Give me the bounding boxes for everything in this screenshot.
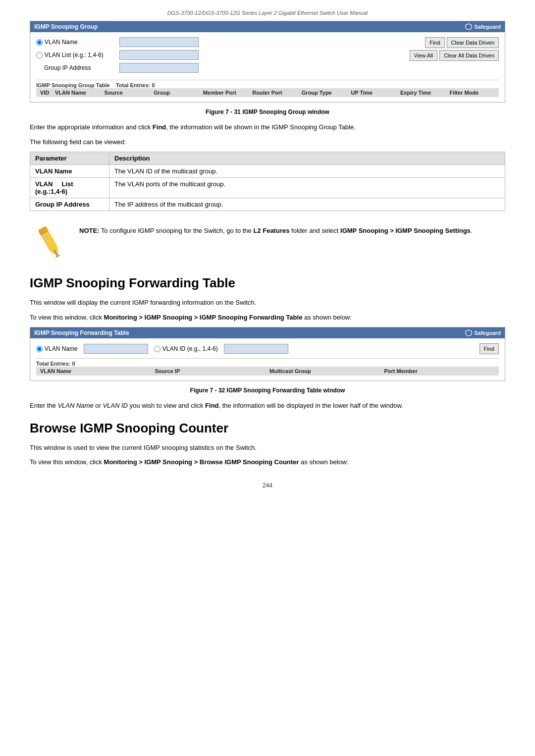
table-row: VLAN List(e.g.:1,4-6) The VLAN ports of … — [30, 178, 505, 198]
table-title: IGMP Snooping Group Table — [36, 82, 110, 88]
desc-vlan-list: The VLAN ports of the multicast group. — [109, 178, 505, 198]
group-ip-label: Group IP Address — [36, 64, 115, 71]
vlan-name-row: VLAN Name — [36, 37, 410, 47]
doc-header: DGS-3700-12/DGS-3700-12G Series Layer 2 … — [30, 10, 505, 16]
igmp-fwd-panel: IGMP Snooping Forwarding Table Safeguard… — [30, 327, 505, 381]
col-router-port: Router Port — [250, 89, 300, 96]
buttons-row-2: View All Clear All Data Driven — [410, 50, 499, 61]
vlan-list-input[interactable] — [119, 50, 199, 60]
note-bold-prefix: NOTE: — [79, 227, 99, 234]
col-group-type: Group Type — [300, 89, 349, 96]
fwd-col-vlan-name: VLAN Name — [38, 368, 153, 375]
fwd-find-button[interactable]: Find — [480, 343, 499, 354]
igmp-group-panel: IGMP Snooping Group Safeguard VLAN Name — [30, 21, 505, 103]
fwd-vlan-name-input[interactable] — [84, 344, 148, 354]
col-up-time: UP Time — [349, 89, 398, 96]
desc-col-header: Description — [109, 152, 505, 165]
shield-icon — [465, 23, 472, 30]
group-ip-row: Group IP Address — [36, 63, 410, 73]
l2-features-bold: L2 Features — [253, 227, 289, 234]
vlan-list-radio[interactable] — [36, 52, 43, 58]
safeguard-badge: Safeguard — [465, 23, 501, 30]
fwd-vlan-id-radio[interactable] — [154, 346, 160, 352]
igmp-group-form-area: VLAN Name VLAN List (e.g.: 1,4-6) Group … — [36, 37, 499, 76]
body-text-2: The following field can be viewed: — [30, 137, 505, 147]
browse-body-2: To view this window, click Monitoring > … — [30, 457, 505, 467]
vlan-name-input[interactable] — [119, 37, 199, 47]
table-row: Group IP Address The IP address of the m… — [30, 198, 505, 211]
param-col-header: Parameter — [30, 152, 109, 165]
figure-31-caption: Figure 7 - 31 IGMP Snooping Group window — [30, 108, 505, 115]
table-row: VLAN Name The VLAN ID of the multicast g… — [30, 165, 505, 178]
browse-body-1: This window is used to view the current … — [30, 443, 505, 453]
browse-section-title: Browse IGMP Snooping Counter — [30, 421, 505, 436]
col-expiry-time: Expiry Time — [398, 89, 448, 96]
fwd-panel-title: IGMP Snooping Forwarding Table — [34, 329, 129, 336]
browse-monitoring-path-bold: Monitoring > IGMP Snooping > Browse IGMP… — [104, 458, 299, 466]
vlan-name-radio-label[interactable]: VLAN Name — [36, 39, 115, 46]
page-number: 244 — [30, 482, 505, 489]
clear-data-driven-button[interactable]: Clear Data Driven — [447, 37, 499, 48]
fwd-col-headers: VLAN Name Source IP Multicast Group Port… — [36, 367, 499, 376]
col-vlan-name: VLAN Name — [53, 89, 103, 96]
param-vlan-name: VLAN Name — [30, 165, 109, 178]
vlan-list-radio-label[interactable]: VLAN List (e.g.: 1,4-6) — [36, 52, 115, 58]
vlan-list-row: VLAN List (e.g.: 1,4-6) — [36, 50, 410, 60]
parameter-table: Parameter Description VLAN Name The VLAN… — [30, 152, 505, 211]
forwarding-body-2: To view this window, click Monitoring > … — [30, 313, 505, 323]
fwd-col-port-member: Port Member — [382, 368, 497, 375]
fwd-vlan-id-input[interactable] — [224, 344, 288, 354]
fwd-total-entries: Total Entries: 0 — [36, 361, 75, 367]
param-group-ip: Group IP Address — [30, 198, 109, 211]
group-ip-input[interactable] — [119, 63, 199, 73]
param-vlan-list: VLAN List(e.g.:1,4-6) — [30, 178, 109, 198]
igmp-group-panel-header: IGMP Snooping Group Safeguard — [30, 21, 505, 32]
fwd-shield-icon — [465, 329, 472, 336]
find-bold: Find — [153, 123, 166, 131]
fwd-vlan-id-radio-label[interactable]: VLAN ID (e.g., 1,4-6) — [154, 345, 218, 352]
col-vid: VID — [38, 89, 53, 96]
igmp-fwd-panel-header: IGMP Snooping Forwarding Table Safeguard — [30, 327, 505, 338]
monitoring-path-bold: Monitoring > IGMP Snooping > IGMP Snoopi… — [104, 314, 303, 321]
fwd-safeguard-badge: Safeguard — [465, 329, 501, 336]
fwd-col-multicast-group: Multicast Group — [268, 368, 382, 375]
igmp-group-col-headers: VID VLAN Name Source Group Member Port R… — [36, 88, 499, 97]
igmp-fwd-panel-body: VLAN Name VLAN ID (e.g., 1,4-6) Find Tot… — [30, 338, 505, 380]
note-pencil-icon — [30, 221, 69, 261]
buttons-row-1: Find Clear Data Driven — [425, 37, 499, 48]
vlan-name-radio[interactable] — [36, 39, 43, 46]
body-text-1: Enter the appropriate information and cl… — [30, 122, 505, 132]
fwd-vlan-name-radio[interactable] — [36, 346, 43, 352]
desc-vlan-name: The VLAN ID of the multicast group. — [109, 165, 505, 178]
igmp-group-panel-body: VLAN Name VLAN List (e.g.: 1,4-6) Group … — [30, 32, 505, 102]
col-source: Source — [103, 89, 152, 96]
igmp-snooping-settings-bold: IGMP Snooping > IGMP Snooping Settings — [340, 227, 471, 234]
igmp-group-buttons: Find Clear Data Driven View All Clear Al… — [410, 37, 499, 61]
figure-32-caption: Figure 7 - 32 IGMP Snooping Forwarding T… — [30, 387, 505, 394]
clear-all-data-driven-button[interactable]: Clear All Data Driven — [439, 50, 499, 61]
desc-group-ip: The IP address of the multicast group. — [109, 198, 505, 211]
col-filter-mode: Filter Mode — [448, 89, 497, 96]
col-member-port: Member Port — [201, 89, 251, 96]
fwd-body-text: Enter the VLAN Name or VLAN ID you wish … — [30, 401, 505, 411]
note-text: NOTE: To configure IGMP snooping for the… — [79, 221, 472, 236]
fwd-vlan-name-radio-label[interactable]: VLAN Name — [36, 345, 78, 352]
panel-title: IGMP Snooping Group — [34, 23, 98, 30]
view-all-button[interactable]: View All — [410, 50, 437, 61]
fwd-table-header: Total Entries: 0 — [36, 358, 499, 367]
note-box: NOTE: To configure IGMP snooping for the… — [30, 221, 505, 261]
find-button[interactable]: Find — [425, 37, 444, 48]
igmp-group-form-fields: VLAN Name VLAN List (e.g.: 1,4-6) Group … — [36, 37, 410, 76]
igmp-group-table-header: IGMP Snooping Group Table Total Entries:… — [36, 80, 499, 88]
fwd-col-source-ip: Source IP — [153, 368, 268, 375]
total-entries: Total Entries: 0 — [116, 82, 155, 88]
forwarding-section-title: IGMP Snooping Forwarding Table — [30, 275, 505, 291]
col-group: Group — [152, 89, 201, 96]
forwarding-body-1: This window will display the current IGM… — [30, 298, 505, 308]
fwd-form-row: VLAN Name VLAN ID (e.g., 1,4-6) Find — [36, 343, 499, 354]
